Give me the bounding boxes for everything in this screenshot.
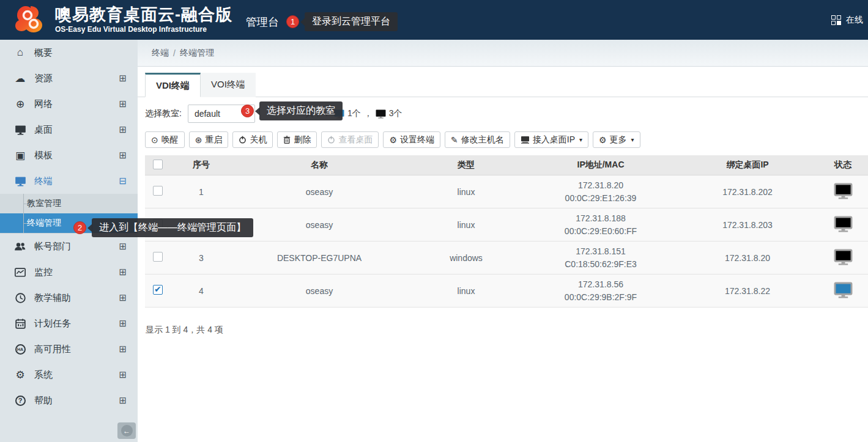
table-row[interactable]: 3 DESKTOP-EG7UPNA windows 172.31.8.151C0… bbox=[145, 241, 868, 274]
annotation-2: 2 进入到【终端——终端管理页面】 bbox=[73, 218, 253, 237]
clock-icon bbox=[12, 293, 28, 303]
expand-icon[interactable]: ⊞ bbox=[119, 150, 127, 161]
rename-host-button[interactable]: ✎ 修改主机名 bbox=[445, 131, 510, 148]
annotation-tooltip: 登录到云管理平台 bbox=[305, 12, 398, 31]
console-label: 管理台 bbox=[246, 15, 279, 29]
offline-count: 3个 bbox=[389, 108, 402, 119]
status-monitor-icon bbox=[834, 282, 853, 298]
expand-icon[interactable]: ⊞ bbox=[119, 344, 127, 355]
ha-icon: HA bbox=[12, 344, 28, 355]
breadcrumb-parent[interactable]: 终端 bbox=[152, 48, 169, 59]
sidebar-item-resources[interactable]: ☁ 资源 ⊞ bbox=[0, 65, 138, 91]
gear-icon: ⚙ bbox=[389, 136, 397, 144]
table-row[interactable]: 2 oseasy linux 172.31.8.18800:0C:29:E0:6… bbox=[145, 208, 868, 241]
breadcrumb: 终端 / 终端管理 bbox=[138, 40, 868, 67]
sidebar-item-network[interactable]: ⊕ 网络 ⊞ bbox=[0, 91, 138, 117]
classroom-select-label: 选择教室: bbox=[145, 108, 182, 119]
breadcrumb-current: 终端管理 bbox=[180, 48, 214, 59]
monitor-icon bbox=[12, 125, 28, 135]
sidebar-item-template[interactable]: ▣ 模板 ⊞ bbox=[0, 142, 138, 168]
help-icon: ? bbox=[12, 396, 28, 406]
chevron-down-icon: ▾ bbox=[631, 136, 634, 143]
tab-vdi-terminal[interactable]: VDI终端 bbox=[145, 73, 201, 97]
globe-icon: ⊕ bbox=[12, 98, 28, 111]
terminal-table: 序号 名称 类型 IP地址/MAC 绑定桌面IP 状态 1 oseasy lin… bbox=[145, 155, 868, 308]
sidebar-item-overview[interactable]: ⌂ 概要 bbox=[0, 40, 138, 65]
online-service-label[interactable]: 在线 bbox=[846, 15, 863, 26]
table-row[interactable]: 4 oseasy linux 172.31.8.5600:0C:29:9B:2F… bbox=[145, 274, 868, 308]
chevron-down-icon: ▾ bbox=[579, 136, 582, 143]
terminal-toolbar: ⊙ 唤醒 ⊛ 重启 关机 删除 查看桌面 ⚙ 设置终端 bbox=[145, 131, 868, 148]
trash-icon bbox=[283, 136, 291, 144]
sidebar-item-terminal[interactable]: 终端 ⊟ bbox=[0, 168, 138, 194]
row-checkbox[interactable] bbox=[153, 186, 163, 196]
expand-icon[interactable]: ⊞ bbox=[119, 98, 127, 109]
home-icon: ⌂ bbox=[12, 46, 28, 59]
table-header-row: 序号 名称 类型 IP地址/MAC 绑定桌面IP 状态 bbox=[145, 155, 868, 175]
sidebar-item-accounts[interactable]: 帐号部门 ⊞ bbox=[0, 234, 138, 259]
sidebar-item-scheduled-tasks[interactable]: 计划任务 ⊞ bbox=[0, 311, 138, 336]
template-icon: ▣ bbox=[12, 149, 28, 162]
app-title: 噢易教育桌面云-融合版 bbox=[55, 6, 232, 24]
status-monitor-icon bbox=[834, 249, 853, 265]
expand-icon[interactable]: ⊞ bbox=[119, 318, 127, 329]
apps-grid-icon[interactable] bbox=[831, 15, 841, 25]
gear-icon: ⚙ bbox=[599, 136, 607, 144]
view-desktop-icon bbox=[327, 136, 335, 144]
expand-icon[interactable]: ⊞ bbox=[119, 292, 127, 303]
sidebar-item-system[interactable]: ⚙ 系统 ⊞ bbox=[0, 362, 138, 388]
restart-button[interactable]: ⊛ 重启 bbox=[189, 131, 229, 148]
annotation-tooltip: 选择对应的教室 bbox=[259, 101, 343, 120]
annotation-badge: 2 bbox=[73, 221, 86, 234]
delete-button[interactable]: 删除 bbox=[277, 131, 317, 148]
expand-icon[interactable]: ⊞ bbox=[119, 124, 127, 135]
users-icon bbox=[12, 242, 28, 251]
table-row[interactable]: 1 oseasy linux 172.31.8.2000:0C:29:E1:26… bbox=[145, 175, 868, 208]
app-subtitle: OS-Easy Edu Virtual Desktop Infrastructu… bbox=[55, 26, 232, 34]
expand-icon[interactable]: ⊞ bbox=[119, 369, 127, 380]
calendar-icon bbox=[12, 319, 28, 329]
expand-icon[interactable]: ⊞ bbox=[119, 73, 127, 84]
tab-voi-terminal[interactable]: VOI终端 bbox=[201, 73, 256, 97]
expand-icon[interactable]: ⊞ bbox=[119, 267, 127, 278]
sidebar-collapse-button[interactable]: ← bbox=[117, 422, 136, 439]
access-desktop-ip-button[interactable]: 接入桌面IP ▾ bbox=[514, 131, 588, 148]
wake-button[interactable]: ⊙ 唤醒 bbox=[145, 131, 185, 148]
pencil-icon: ✎ bbox=[451, 136, 458, 144]
view-desktop-button[interactable]: 查看桌面 bbox=[321, 131, 379, 148]
annotation-badge: 1 bbox=[286, 15, 299, 28]
offline-monitor-icon bbox=[376, 109, 386, 119]
more-button[interactable]: ⚙ 更多 ▾ bbox=[593, 131, 640, 148]
expand-icon[interactable]: ⊞ bbox=[119, 241, 127, 252]
shutdown-button[interactable]: 关机 bbox=[232, 131, 273, 148]
monitor-ip-icon bbox=[521, 136, 530, 144]
sidebar-nav: ⌂ 概要 ☁ 资源 ⊞ ⊕ 网络 ⊞ 桌面 ⊞ ▣ 模板 ⊞ 终端 ⊟ 教室管理 bbox=[0, 40, 138, 442]
annotation-badge: 3 bbox=[241, 105, 254, 117]
row-checkbox[interactable] bbox=[153, 285, 163, 295]
wake-icon: ⊙ bbox=[151, 136, 158, 144]
sidebar-item-teaching-aid[interactable]: 教学辅助 ⊞ bbox=[0, 285, 138, 311]
sidebar-item-classroom-mgmt[interactable]: 教室管理 bbox=[0, 194, 138, 213]
cloud-icon: ☁ bbox=[12, 72, 28, 85]
app-header: 噢易教育桌面云-融合版 OS-Easy Edu Virtual Desktop … bbox=[0, 0, 868, 40]
collapse-arrow-icon: ← bbox=[121, 425, 133, 436]
status-monitor-icon bbox=[834, 183, 853, 199]
restart-icon: ⊛ bbox=[195, 136, 202, 144]
pagination-summary: 显示 1 到 4，共 4 项 bbox=[146, 325, 868, 336]
gears-icon: ⚙ bbox=[12, 369, 28, 381]
sidebar-item-desktop[interactable]: 桌面 ⊞ bbox=[0, 117, 138, 142]
chart-icon bbox=[12, 268, 28, 277]
sidebar-item-monitoring[interactable]: 监控 ⊞ bbox=[0, 259, 138, 285]
annotation-tooltip: 进入到【终端——终端管理页面】 bbox=[92, 218, 253, 237]
expand-icon[interactable]: ⊞ bbox=[119, 395, 127, 406]
terminal-tabs: VDI终端 VOI终端 bbox=[138, 67, 868, 97]
annotation-1: 1 登录到云管理平台 bbox=[286, 12, 398, 31]
status-monitor-icon bbox=[834, 216, 853, 232]
collapse-section-icon[interactable]: ⊟ bbox=[119, 175, 127, 186]
select-all-checkbox[interactable] bbox=[153, 160, 163, 169]
row-checkbox[interactable] bbox=[153, 252, 163, 262]
sidebar-item-high-availability[interactable]: HA 高可用性 ⊞ bbox=[0, 336, 138, 362]
online-count: 1个 bbox=[347, 108, 361, 119]
set-terminal-button[interactable]: ⚙ 设置终端 bbox=[383, 131, 440, 148]
sidebar-item-help[interactable]: ? 帮助 ⊞ bbox=[0, 388, 138, 413]
